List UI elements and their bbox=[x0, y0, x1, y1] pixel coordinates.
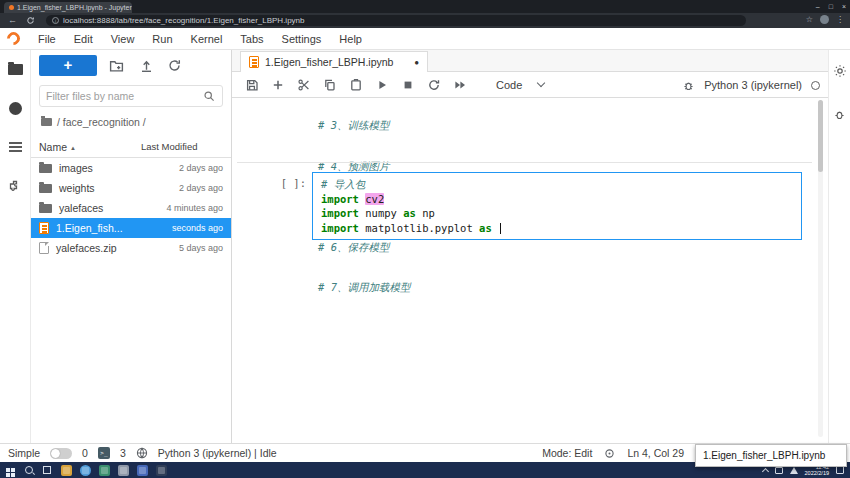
breadcrumb-path: / face_recognition / bbox=[57, 116, 146, 128]
tray-app-icon[interactable] bbox=[775, 467, 783, 474]
code-name: matplotlib.pyplot bbox=[365, 222, 472, 234]
site-info-icon[interactable]: i bbox=[52, 17, 59, 24]
tray-expand-icon[interactable] bbox=[761, 467, 768, 474]
notebook-scroll-area[interactable]: # 3、训练模型 # 4、预测图片 # 5、评估测试数据集 # 6、保存模型 #… bbox=[232, 98, 828, 443]
simple-mode-toggle[interactable] bbox=[50, 448, 72, 459]
url-text: localhost:8888/lab/tree/face_recognition… bbox=[63, 16, 305, 25]
action-center-icon[interactable] bbox=[836, 466, 844, 474]
browser-menu-icon[interactable]: ⋮ bbox=[836, 15, 844, 24]
file-name: weights bbox=[59, 182, 95, 194]
menu-bar: File Edit View Run Kernel Tabs Settings … bbox=[0, 28, 850, 50]
kernel-name[interactable]: Python 3 (ipykernel) bbox=[704, 79, 802, 91]
clock-date: 2022/2/19 bbox=[805, 470, 829, 477]
menu-kernel[interactable]: Kernel bbox=[182, 33, 232, 45]
window-maximize-icon[interactable]: □ bbox=[829, 3, 833, 10]
menu-tabs[interactable]: Tabs bbox=[231, 33, 272, 45]
save-button[interactable] bbox=[244, 77, 259, 92]
browser-avatar[interactable] bbox=[820, 15, 829, 24]
window-close-icon[interactable]: × bbox=[842, 3, 846, 10]
kernels-count: 3 bbox=[120, 447, 126, 459]
scrollbar-thumb[interactable] bbox=[818, 100, 823, 172]
column-last-modified[interactable]: Last Modified bbox=[141, 141, 198, 152]
file-name: yalefaces.zip bbox=[56, 242, 117, 254]
editor-mode[interactable]: Mode: Edit bbox=[542, 447, 592, 459]
taskbar-search-icon[interactable] bbox=[25, 466, 33, 474]
restart-kernel-button[interactable] bbox=[426, 77, 441, 92]
running-sessions-icon[interactable] bbox=[9, 102, 22, 115]
interrupt-kernel-button[interactable] bbox=[400, 77, 415, 92]
new-launcher-button[interactable]: + bbox=[39, 55, 97, 76]
notebook-tab[interactable]: 1.Eigen_fisher_LBPH.ipynb ● bbox=[240, 51, 428, 72]
archive-file-icon bbox=[39, 242, 49, 254]
file-row-yalefaces[interactable]: yalefaces 4 minutes ago bbox=[31, 198, 231, 218]
refresh-icon[interactable] bbox=[26, 16, 35, 25]
file-row-weights[interactable]: weights 2 days ago bbox=[31, 178, 231, 198]
folder-icon bbox=[39, 204, 52, 213]
menu-view[interactable]: View bbox=[102, 33, 144, 45]
task-view-icon[interactable] bbox=[43, 466, 51, 474]
file-modified: 5 days ago bbox=[179, 243, 223, 253]
file-row-images[interactable]: images 2 days ago bbox=[31, 158, 231, 178]
window-minimize-icon[interactable]: – bbox=[816, 3, 820, 10]
insert-cell-button[interactable] bbox=[270, 77, 285, 92]
menu-file[interactable]: File bbox=[29, 33, 65, 45]
code-comment: # 6、保存模型 bbox=[318, 241, 421, 255]
taskbar-app-icon[interactable] bbox=[80, 465, 91, 476]
new-folder-icon[interactable] bbox=[109, 58, 124, 73]
file-filter-box bbox=[39, 85, 223, 107]
browser-tab[interactable]: 1.Eigen_fisher_LBPH.ipynb - JupyterLab × bbox=[4, 2, 132, 13]
notebook-tab-title: 1.Eigen_fisher_LBPH.ipynb bbox=[265, 56, 393, 68]
active-code-cell[interactable]: [ ]: # 导入包 import cv2 import numpy as np… bbox=[232, 172, 802, 240]
file-row-notebook-selected[interactable]: 1.Eigen_fish... seconds ago bbox=[31, 218, 231, 238]
taskbar-app-icon[interactable] bbox=[99, 465, 110, 476]
menu-run[interactable]: Run bbox=[143, 33, 181, 45]
copy-cells-button[interactable] bbox=[322, 77, 337, 92]
run-cell-button[interactable] bbox=[374, 77, 389, 92]
upload-icon[interactable] bbox=[139, 58, 154, 73]
menu-help[interactable]: Help bbox=[330, 33, 371, 45]
file-browser-icon[interactable] bbox=[8, 64, 23, 75]
file-list: images 2 days ago weights 2 days ago yal… bbox=[31, 158, 231, 258]
url-field[interactable]: i localhost:8888/lab/tree/face_recogniti… bbox=[46, 15, 746, 26]
taskbar-app-icon[interactable] bbox=[156, 465, 167, 476]
cell-type-dropdown[interactable]: Code bbox=[496, 79, 544, 91]
cut-cells-button[interactable] bbox=[296, 77, 311, 92]
folder-icon bbox=[39, 184, 52, 193]
debugger-sidebar-icon[interactable] bbox=[833, 108, 846, 121]
back-icon[interactable]: ← bbox=[8, 16, 17, 25]
file-modified: seconds ago bbox=[172, 223, 223, 233]
kernel-status-text[interactable]: Python 3 (ipykernel) | Idle bbox=[158, 447, 277, 459]
table-of-contents-icon[interactable] bbox=[9, 142, 22, 152]
simple-mode-label: Simple bbox=[8, 447, 40, 459]
menu-edit[interactable]: Edit bbox=[65, 33, 102, 45]
search-icon bbox=[203, 90, 216, 103]
bookmark-star-icon[interactable]: ☆ bbox=[806, 15, 813, 24]
globe-icon[interactable] bbox=[136, 447, 148, 459]
breadcrumb[interactable]: / face_recognition / bbox=[41, 116, 146, 128]
code-keyword: import bbox=[321, 193, 365, 205]
cell-editor[interactable]: # 导入包 import cv2 import numpy as np impo… bbox=[312, 172, 802, 240]
network-icon[interactable] bbox=[790, 467, 798, 474]
taskbar-app-icon[interactable] bbox=[61, 465, 72, 476]
column-name[interactable]: Name▲ bbox=[39, 141, 76, 153]
kernel-idle-indicator-icon[interactable] bbox=[811, 81, 820, 90]
screen: 1.Eigen_fisher_LBPH.ipynb - JupyterLab ×… bbox=[0, 0, 850, 478]
notebook-scrollbar[interactable] bbox=[818, 100, 823, 437]
code-keyword: as bbox=[397, 207, 422, 219]
taskbar-app-icon[interactable] bbox=[118, 465, 129, 476]
refresh-file-list-icon[interactable] bbox=[167, 58, 182, 73]
file-row-zip[interactable]: yalefaces.zip 5 days ago bbox=[31, 238, 231, 258]
file-filter-input[interactable] bbox=[46, 90, 203, 102]
menu-settings[interactable]: Settings bbox=[273, 33, 331, 45]
taskbar-app-icon[interactable] bbox=[137, 465, 148, 476]
extensions-puzzle-icon[interactable] bbox=[8, 179, 22, 193]
cursor-position[interactable]: Ln 4, Col 29 bbox=[627, 447, 684, 459]
debugger-bug-icon[interactable] bbox=[682, 79, 695, 92]
terminal-icon[interactable] bbox=[98, 447, 110, 459]
property-inspector-icon[interactable] bbox=[833, 64, 847, 78]
restart-run-all-button[interactable] bbox=[452, 77, 467, 92]
paste-cells-button[interactable] bbox=[348, 77, 363, 92]
taskbar-apps bbox=[61, 465, 167, 476]
start-button-icon[interactable] bbox=[6, 468, 10, 472]
code-comment: # 3、训练模型 bbox=[318, 119, 421, 133]
